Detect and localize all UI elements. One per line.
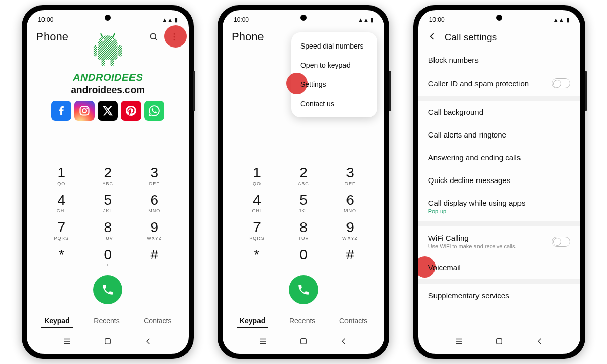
key-3[interactable]: 3DEF [332, 166, 368, 186]
toggle-caller-id[interactable] [552, 78, 570, 88]
menu-open-keypad[interactable]: Open to keypad [291, 56, 377, 75]
nav-back-icon[interactable] [339, 337, 349, 348]
key-4[interactable]: 4GHI [239, 193, 275, 213]
nav-home-icon[interactable] [495, 337, 504, 348]
setting-quick-decline[interactable]: Quick decline messages [418, 169, 580, 192]
back-icon[interactable] [427, 31, 438, 43]
key-1[interactable]: 1QO [239, 166, 275, 186]
overflow-menu: Speed dial numbers Open to keypad Settin… [291, 32, 377, 117]
front-camera [300, 15, 307, 21]
brand-name: ANDROIDEES [42, 72, 174, 83]
bottom-tabs: Keypad Recents Contacts [27, 311, 189, 332]
key-8[interactable]: 8TUV [286, 220, 321, 241]
svg-rect-9 [102, 59, 105, 66]
setting-caller-id[interactable]: Caller ID and spam protection [418, 71, 580, 96]
setting-block-numbers[interactable]: Block numbers [418, 49, 580, 71]
tab-keypad[interactable]: Keypad [41, 314, 73, 328]
svg-rect-25 [301, 339, 307, 344]
tab-contacts[interactable]: Contacts [141, 314, 175, 328]
menu-settings-label: Settings [300, 80, 326, 88]
facebook-icon [51, 101, 71, 121]
key-0[interactable]: 0+ [90, 248, 125, 268]
divider [418, 279, 580, 284]
setting-call-display-sub: Pop-up [428, 208, 446, 214]
key-5[interactable]: 5JKL [90, 193, 125, 213]
svg-point-17 [86, 108, 88, 109]
setting-call-background[interactable]: Call background [418, 101, 580, 123]
setting-voicemail[interactable]: Voicemail [418, 256, 580, 279]
nav-recents-icon[interactable] [454, 337, 463, 348]
key-7[interactable]: 7PQRS [239, 220, 275, 241]
tab-recents[interactable]: Recents [91, 314, 122, 328]
nav-recents-icon[interactable] [258, 337, 268, 348]
svg-rect-6 [98, 44, 118, 60]
key-2[interactable]: 2ABC [286, 166, 321, 186]
svg-line-11 [101, 33, 103, 37]
setting-supplementary[interactable]: Supplementary services [418, 284, 580, 307]
key-4[interactable]: 4GHI [44, 193, 79, 213]
front-camera [105, 15, 111, 21]
status-time: 10:00 [234, 16, 249, 23]
menu-speed-dial[interactable]: Speed dial numbers [291, 36, 377, 56]
nav-back-icon[interactable] [144, 337, 153, 348]
tab-contacts[interactable]: Contacts [336, 314, 370, 328]
settings-header: Call settings [418, 24, 580, 49]
setting-call-alerts[interactable]: Call alerts and ringtone [418, 123, 580, 146]
side-button [193, 71, 195, 111]
status-indicators: ▲▲ ▮ [358, 17, 373, 23]
svg-point-16 [82, 109, 86, 113]
key-3[interactable]: 3DEF [137, 166, 172, 186]
svg-rect-29 [496, 339, 502, 344]
svg-line-12 [113, 33, 115, 37]
key-6[interactable]: 6MNO [137, 193, 172, 213]
key-hash[interactable]: # [137, 248, 172, 268]
key-9[interactable]: 9WXYZ [332, 220, 368, 241]
dialpad: 1QO 2ABC 3DEF 4GHI 5JKL 6MNO 7PQRS 8TUV … [223, 166, 384, 311]
side-button [585, 71, 587, 111]
status-time: 10:00 [429, 16, 445, 23]
key-0[interactable]: 0+ [286, 248, 321, 268]
key-star[interactable]: * [239, 248, 275, 268]
tab-keypad[interactable]: Keypad [237, 314, 269, 328]
x-twitter-icon [98, 101, 118, 121]
toggle-wifi-calling[interactable] [552, 237, 570, 247]
key-2[interactable]: 2ABC [90, 166, 125, 186]
branding-overlay: ANDROIDEES androidees.com [42, 30, 174, 121]
social-icons [42, 101, 174, 121]
svg-rect-10 [111, 59, 114, 66]
tab-recents[interactable]: Recents [286, 314, 318, 328]
brand-url: androidees.com [42, 84, 174, 96]
key-8[interactable]: 8TUV [90, 220, 125, 241]
setting-wifi-calling[interactable]: WiFi Calling Use WiFi to make and receiv… [418, 226, 580, 256]
android-logo [88, 30, 127, 70]
side-button [389, 71, 391, 111]
setting-call-display[interactable]: Call display while using apps Pop-up [418, 192, 580, 221]
status-indicators: ▲▲ ▮ [553, 17, 569, 23]
nav-home-icon[interactable] [299, 337, 308, 348]
svg-point-14 [111, 38, 114, 41]
key-6[interactable]: 6MNO [332, 193, 368, 213]
phone-mockup-1: 10:00 ▲▲ ▮ Phone [22, 5, 194, 359]
bottom-tabs: Keypad Recents Contacts [223, 311, 384, 332]
call-button[interactable] [93, 275, 122, 304]
settings-list: Block numbers Caller ID and spam protect… [418, 49, 580, 332]
key-star[interactable]: * [44, 248, 79, 268]
menu-settings[interactable]: Settings [291, 75, 377, 94]
instagram-icon [74, 101, 95, 121]
key-5[interactable]: 5JKL [286, 193, 321, 213]
settings-title: Call settings [445, 32, 497, 43]
key-7[interactable]: 7PQRS [44, 220, 79, 241]
nav-bar [418, 332, 580, 354]
dialpad: 1QO 2ABC 3DEF 4GHI 5JKL 6MNO 7PQRS 8TUV … [27, 166, 189, 311]
app-title: Phone [232, 30, 264, 43]
key-hash[interactable]: # [332, 248, 368, 268]
nav-back-icon[interactable] [535, 337, 544, 348]
menu-contact-us[interactable]: Contact us [291, 94, 377, 113]
key-9[interactable]: 9WXYZ [137, 220, 172, 241]
nav-home-icon[interactable] [103, 337, 112, 348]
setting-answering[interactable]: Answering and ending calls [418, 146, 580, 169]
nav-recents-icon[interactable] [63, 337, 72, 348]
call-button[interactable] [289, 275, 318, 304]
key-1[interactable]: 1QO [44, 166, 79, 186]
phone-mockup-3: 10:00 ▲▲ ▮ Call settings Block numbers C… [413, 5, 585, 359]
